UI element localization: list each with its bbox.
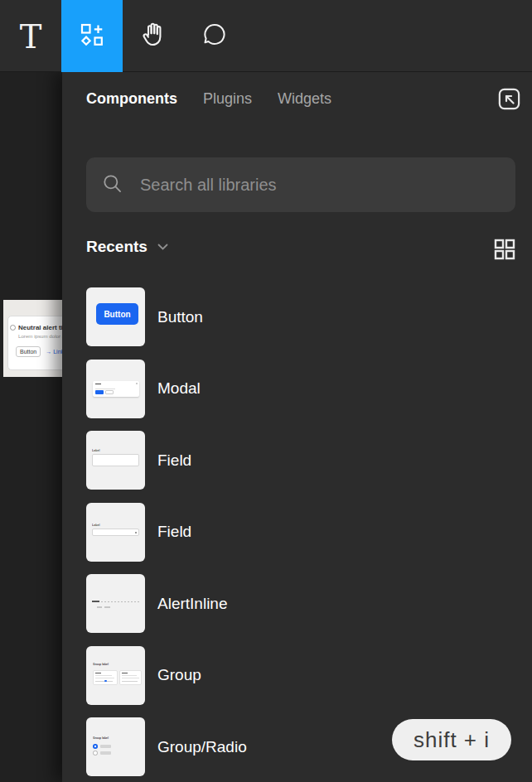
tab-plugins[interactable]: Plugins (203, 90, 252, 108)
component-thumbnail (86, 360, 145, 418)
tab-widgets[interactable]: Widgets (278, 90, 331, 108)
search-input[interactable] (140, 176, 501, 195)
group-card-preview (119, 670, 142, 685)
grid-view-button[interactable] (493, 239, 515, 262)
component-name: AlertInline (157, 595, 228, 613)
list-item-button[interactable]: Button Button (86, 287, 532, 346)
comment-bubble-icon (201, 22, 228, 51)
search-bar (86, 157, 515, 212)
group-card-preview (93, 670, 118, 685)
radio-unchecked-icon (93, 751, 98, 755)
recents-dropdown[interactable]: Recents (86, 238, 168, 256)
field-input-preview (92, 454, 139, 466)
component-name: Group (157, 666, 201, 684)
alert-card: Neutral alert title Lorem ipsum dolor am… (7, 316, 62, 370)
text-tool-button[interactable]: T (0, 0, 61, 72)
list-item-field[interactable]: Label Field (86, 503, 532, 562)
alert-button: Button (16, 346, 41, 357)
components-icon (79, 22, 105, 51)
radio-row-preview (93, 751, 111, 755)
group-label-preview: Group label (93, 736, 109, 740)
tab-components[interactable]: Components (86, 90, 177, 108)
list-item-modal[interactable]: Modal (86, 360, 532, 418)
component-name: Field (157, 523, 191, 541)
hand-icon (138, 20, 168, 53)
grid-view-icon (494, 239, 515, 263)
field-input-preview (92, 529, 139, 536)
radio-row-preview (93, 744, 111, 749)
alert-actions: Button → Link text (16, 346, 62, 357)
alert-body-text: Lorem ipsum dolor amet consect (18, 334, 62, 339)
group-label-preview: Group label (93, 663, 109, 666)
component-thumbnail: Group label (86, 717, 145, 776)
components-tool-button[interactable] (61, 0, 123, 72)
components-list: Button Button Modal Label Field Label (86, 287, 532, 782)
modal-preview (93, 381, 139, 397)
alert-link: → Link text (46, 349, 62, 355)
field-label-preview: Label (92, 523, 99, 526)
alert-title: Neutral alert title (18, 324, 62, 331)
component-thumbnail: Label (86, 503, 145, 562)
list-item-field[interactable]: Label Field (86, 431, 532, 490)
text-tool-icon: T (20, 20, 42, 53)
component-name: Button (157, 308, 203, 326)
info-icon (10, 325, 16, 331)
component-thumbnail: Button (86, 287, 145, 346)
component-name: Modal (157, 379, 201, 398)
button-preview: Button (96, 303, 138, 325)
component-thumbnail (86, 574, 145, 633)
component-thumbnail: Group label (86, 646, 145, 705)
popout-window-icon (496, 86, 522, 115)
panel-tabs: Components Plugins Widgets (86, 90, 331, 108)
toolbar: T (0, 0, 532, 72)
chevron-down-icon (157, 239, 168, 254)
comment-tool-button[interactable] (184, 0, 245, 72)
list-item-alertinline[interactable]: AlertInline (86, 574, 532, 633)
recents-title: Recents (86, 238, 148, 256)
component-name: Group/Radio (157, 738, 247, 756)
search-icon (101, 172, 140, 198)
component-thumbnail: Label (86, 431, 145, 490)
list-item-group[interactable]: Group label Group (86, 646, 532, 705)
component-name: Field (157, 451, 191, 470)
popout-window-button[interactable] (496, 87, 522, 113)
shortcut-hint-badge: shift + i (392, 719, 511, 760)
field-label-preview: Label (92, 448, 99, 451)
components-panel: Components Plugins Widgets Recents (62, 72, 532, 782)
canvas-area[interactable]: Neutral alert title Lorem ipsum dolor am… (0, 72, 62, 782)
canvas-alert-preview: Neutral alert title Lorem ipsum dolor am… (3, 300, 62, 377)
radio-checked-icon (93, 744, 98, 749)
hand-tool-button[interactable] (123, 0, 184, 72)
